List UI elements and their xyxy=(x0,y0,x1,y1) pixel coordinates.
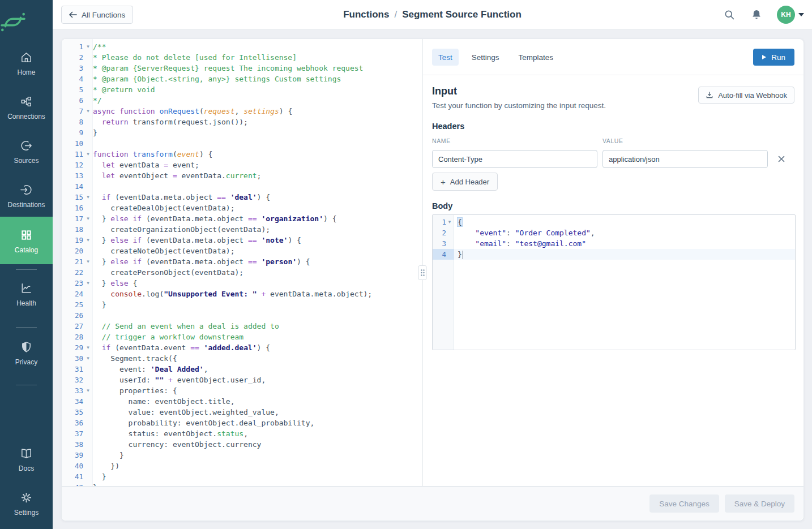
code-line[interactable]: 15▾ if (eventData.meta.object == 'deal')… xyxy=(62,192,422,203)
code-line[interactable]: 30▾ Segment.track({ xyxy=(62,353,422,364)
fold-spacer xyxy=(83,482,93,486)
line-gutter: 42 xyxy=(62,482,93,486)
fold-spacer xyxy=(83,160,93,170)
code-line[interactable]: 1▾/** xyxy=(62,41,422,52)
bell-icon[interactable] xyxy=(749,7,764,23)
code-line[interactable]: 40 }) xyxy=(62,461,422,471)
sidebar-item-home[interactable]: Home xyxy=(0,51,53,76)
sidebar-item-catalog[interactable]: Catalog xyxy=(0,217,53,264)
code-line[interactable]: 17▾ } else if (eventData.meta.object == … xyxy=(62,213,422,224)
code-line[interactable]: 7▾async function onRequest(request, sett… xyxy=(62,106,422,117)
fold-arrow-icon[interactable]: ▾ xyxy=(83,342,93,353)
code-line[interactable]: 37 status: eventObject.status, xyxy=(62,428,422,439)
code-line[interactable]: 10 xyxy=(62,138,422,149)
code-line[interactable]: 24 console.log("Unsupported Event: " + e… xyxy=(62,289,422,299)
chevron-down-icon[interactable] xyxy=(798,13,804,16)
code-line[interactable]: 20 createNoteObject(eventData); xyxy=(62,246,422,256)
code-line[interactable]: 35 value: eventObject.weighted_value, xyxy=(62,407,422,418)
save-changes-button[interactable]: Save Changes xyxy=(649,494,719,513)
all-functions-back-button[interactable]: All Functions xyxy=(61,6,133,24)
code-line[interactable]: 3* @param {ServerRequest} request The in… xyxy=(62,63,422,74)
code-line[interactable]: 25 } xyxy=(62,299,422,310)
code-line[interactable]: 38 currency: eventObject.currency xyxy=(62,439,422,450)
remove-header-icon[interactable] xyxy=(776,154,787,164)
sidebar-item-health[interactable]: Health xyxy=(0,282,53,307)
tab-test[interactable]: Test xyxy=(432,49,459,66)
health-icon xyxy=(20,282,33,295)
code-line[interactable]: 16 createDealObject(eventData); xyxy=(62,203,422,213)
code-line[interactable]: 26 xyxy=(62,310,422,321)
code-line[interactable]: 28 // trigger a workflow downstream xyxy=(62,332,422,342)
line-gutter: 23▾ xyxy=(62,278,93,289)
line-number: 4 xyxy=(433,249,446,260)
sidebar-item-connections[interactable]: Connections xyxy=(0,95,53,121)
avatar[interactable]: KH xyxy=(777,6,795,24)
line-gutter: 1▾ xyxy=(62,41,93,52)
code-editor[interactable]: 1▾/**2* Please do not delete [used for I… xyxy=(62,39,422,486)
fold-arrow-icon[interactable]: ▾ xyxy=(83,106,93,117)
add-header-button[interactable]: + Add Header xyxy=(432,173,498,191)
code-line[interactable]: 21▾ } else if (eventData.meta.object == … xyxy=(62,256,422,267)
sidebar-item-destinations[interactable]: Destinations xyxy=(0,183,53,209)
breadcrumb-functions[interactable]: Functions xyxy=(343,9,389,20)
header-value-input[interactable] xyxy=(602,150,768,168)
fold-arrow-icon[interactable]: ▾ xyxy=(83,278,93,289)
code-line[interactable]: 13 let eventObject = eventData.current; xyxy=(62,170,422,181)
sidebar-item-docs[interactable]: Docs xyxy=(0,447,53,472)
save-deploy-button[interactable]: Save & Deploy xyxy=(725,494,794,513)
code-line[interactable]: 29▾ if (eventData.event == 'added.deal')… xyxy=(62,342,422,353)
code-line[interactable]: 5* @return void xyxy=(62,84,422,95)
code-line[interactable]: 27 // Send an event when a deal is added… xyxy=(62,321,422,332)
code-line[interactable]: 23▾ } else { xyxy=(62,278,422,289)
code-line[interactable]: 8 return transform(request.json()); xyxy=(62,117,422,127)
fold-arrow-icon[interactable]: ▾ xyxy=(83,353,93,364)
home-icon xyxy=(20,51,33,64)
code-line[interactable]: 22 createPersonObject(eventData); xyxy=(62,267,422,278)
code-line[interactable]: 19▾ } else if (eventData.meta.object == … xyxy=(62,235,422,246)
segment-logo-icon[interactable] xyxy=(0,9,53,35)
code-line[interactable]: 41 } xyxy=(62,471,422,482)
code-line[interactable]: 12 let eventData = event; xyxy=(62,160,422,170)
tab-templates[interactable]: Templates xyxy=(512,49,560,66)
code-line[interactable]: 14 xyxy=(62,181,422,192)
fold-arrow-icon[interactable]: ▾ xyxy=(83,149,93,160)
code-line[interactable]: 36 probability: eventObject.deal_probabi… xyxy=(62,418,422,428)
code-line-text: } xyxy=(93,127,97,138)
fold-arrow-icon[interactable]: ▾ xyxy=(83,385,93,396)
code-line[interactable]: 18 createOrganizationObject(eventData); xyxy=(62,224,422,235)
code-line[interactable]: 2* Please do not delete [used for Intell… xyxy=(62,52,422,63)
run-button[interactable]: Run xyxy=(753,49,794,66)
fold-arrow-icon[interactable]: ▾ xyxy=(446,217,453,227)
code-line[interactable]: 33▾ properties: { xyxy=(62,385,422,396)
code-line-text: userId: "" + eventObject.user_id, xyxy=(93,375,266,385)
code-line[interactable]: 9} xyxy=(62,127,422,138)
code-line[interactable]: 6*/ xyxy=(62,95,422,106)
search-icon[interactable] xyxy=(721,7,737,23)
line-number: 38 xyxy=(62,439,83,450)
fold-arrow-icon[interactable]: ▾ xyxy=(83,213,93,224)
sidebar-item-settings[interactable]: Settings xyxy=(0,491,53,517)
code-line[interactable]: 4* @param {Object.<string, any>} setting… xyxy=(62,74,422,84)
tab-settings[interactable]: Settings xyxy=(465,49,506,66)
fold-arrow-icon[interactable]: ▾ xyxy=(83,256,93,267)
code-line[interactable]: 1▾{ xyxy=(433,217,795,227)
code-line[interactable]: 42} xyxy=(62,482,422,486)
autofill-via-webhook-button[interactable]: Auto-fill via Webhook xyxy=(698,87,794,104)
fold-arrow-icon[interactable]: ▾ xyxy=(83,41,93,52)
code-line[interactable]: 32 userId: "" + eventObject.user_id, xyxy=(62,375,422,385)
code-line-text: } else if (eventData.meta.object == 'org… xyxy=(93,213,337,224)
sidebar-item-privacy[interactable]: Privacy xyxy=(0,341,53,366)
header-name-input[interactable] xyxy=(432,150,597,168)
code-line[interactable]: 4} xyxy=(433,249,795,260)
body-editor[interactable]: 1▾{2 "event": "Order Completed",3 "email… xyxy=(432,214,796,350)
code-line[interactable]: 11▾function transform(event) { xyxy=(62,149,422,160)
line-gutter: 35 xyxy=(62,407,93,418)
code-line[interactable]: 31 event: 'Deal Added', xyxy=(62,364,422,375)
fold-arrow-icon[interactable]: ▾ xyxy=(83,235,93,246)
fold-arrow-icon[interactable]: ▾ xyxy=(83,192,93,203)
code-line[interactable]: 3 "email": "test@gmail.com" xyxy=(433,238,795,249)
code-line[interactable]: 39 } xyxy=(62,450,422,461)
code-line[interactable]: 34 name: eventObject.title, xyxy=(62,396,422,407)
code-line[interactable]: 2 "event": "Order Completed", xyxy=(433,227,795,238)
sidebar-item-sources[interactable]: Sources xyxy=(0,139,53,165)
